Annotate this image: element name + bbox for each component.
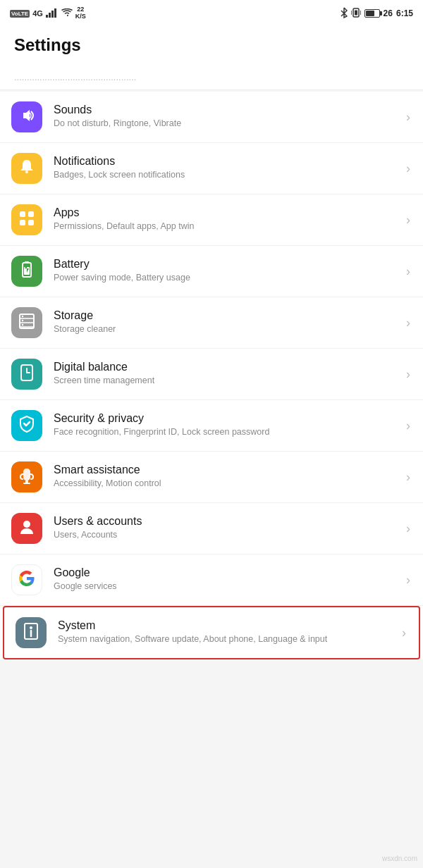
status-right: 26 6:15 (341, 7, 413, 20)
time-display: 6:15 (396, 8, 413, 18)
svg-rect-12 (20, 220, 25, 225)
volte-indicator: VoLTE (10, 10, 30, 18)
users-accounts-icon (11, 513, 42, 544)
wifi-icon (61, 8, 73, 18)
svg-marker-8 (23, 110, 30, 121)
svg-point-21 (22, 316, 23, 317)
battery-chevron-icon: › (406, 264, 410, 279)
settings-item-security-privacy[interactable]: Security & privacyFace recognition, Fing… (0, 400, 423, 452)
svg-rect-13 (28, 220, 34, 225)
apps-title: Apps (54, 206, 400, 219)
battery-icon (364, 9, 380, 18)
notifications-icon (11, 153, 42, 184)
svg-rect-11 (28, 211, 34, 217)
settings-list: SoundsDo not disturb, Ringtone, Vibrate›… (0, 92, 423, 659)
storage-icon (11, 307, 42, 338)
settings-item-smart-assistance[interactable]: Smart assistanceAccessibility, Motion co… (0, 452, 423, 503)
speed-indicator: 22K/S (75, 6, 86, 20)
svg-rect-0 (46, 15, 48, 18)
smart-assistance-subtitle: Accessibility, Motion control (54, 478, 400, 490)
notifications-title: Notifications (54, 155, 400, 168)
digital-balance-icon-char (19, 364, 35, 384)
system-chevron-icon: › (402, 626, 406, 640)
svg-point-23 (22, 324, 23, 326)
settings-item-users-accounts[interactable]: Users & accountsUsers, Accounts› (0, 503, 423, 554)
sounds-chevron-icon: › (406, 110, 410, 125)
battery-level: 26 (384, 8, 393, 18)
notifications-icon-char (19, 159, 35, 178)
apps-icon-char (19, 211, 35, 229)
svg-point-22 (22, 320, 23, 321)
security-privacy-title: Security & privacy (54, 412, 400, 425)
security-privacy-chevron-icon: › (406, 418, 410, 433)
battery-icon-char (22, 261, 32, 281)
security-privacy-icon-char (19, 416, 35, 435)
settings-item-apps[interactable]: AppsPermissions, Default apps, App twin› (0, 194, 423, 246)
sounds-icon (11, 101, 42, 132)
google-subtitle: Google services (54, 581, 400, 593)
google-title: Google (54, 566, 400, 579)
page-title-container: Settings (0, 25, 423, 65)
system-subtitle: System navigation, Software update, Abou… (58, 633, 396, 646)
settings-item-sounds[interactable]: SoundsDo not disturb, Ringtone, Vibrate› (0, 92, 423, 143)
svg-point-29 (30, 626, 32, 629)
smart-assistance-chevron-icon: › (406, 470, 410, 485)
digital-balance-title: Digital balance (54, 361, 400, 373)
vibrate-icon (351, 8, 361, 20)
smart-assistance-title: Smart assistance (54, 464, 400, 476)
storage-icon-char (19, 314, 35, 332)
settings-item-digital-balance[interactable]: Digital balanceScreen time management› (0, 349, 423, 400)
sounds-icon-char (18, 107, 35, 127)
sounds-title: Sounds (54, 104, 400, 116)
battery-title: Battery (54, 258, 400, 271)
digital-balance-icon (11, 359, 42, 390)
svg-rect-26 (23, 483, 30, 484)
svg-rect-10 (20, 211, 25, 217)
google-chevron-icon: › (406, 573, 410, 588)
users-accounts-title: Users & accounts (54, 515, 400, 528)
users-accounts-chevron-icon: › (406, 521, 410, 536)
sounds-subtitle: Do not disturb, Ringtone, Vibrate (54, 118, 400, 130)
svg-rect-9 (25, 170, 28, 173)
security-privacy-icon (11, 410, 42, 441)
settings-item-battery[interactable]: BatteryPower saving mode, Battery usage› (0, 246, 423, 297)
svg-rect-1 (49, 13, 51, 18)
svg-rect-5 (355, 10, 357, 15)
svg-point-27 (23, 521, 30, 528)
svg-rect-3 (54, 8, 56, 18)
signal-bars (46, 8, 59, 19)
system-title: System (58, 619, 396, 632)
settings-item-google[interactable]: GoogleGoogle services› (0, 554, 423, 606)
system-icon-char (24, 623, 38, 643)
settings-item-notifications[interactable]: NotificationsBadges, Lock screen notific… (0, 143, 423, 194)
smart-assistance-icon (11, 461, 42, 492)
apps-chevron-icon: › (406, 213, 410, 228)
watermark: wsxdn.com (382, 855, 417, 862)
smart-assistance-icon-char (19, 467, 35, 487)
status-bar: VoLTE 4G 22K/S (0, 0, 423, 25)
security-privacy-subtitle: Face recognition, Fingerprint ID, Lock s… (54, 426, 400, 439)
notifications-subtitle: Badges, Lock screen notifications (54, 169, 400, 182)
page-title: Settings (14, 35, 409, 55)
bluetooth-icon (341, 7, 348, 20)
storage-subtitle: Storage cleaner (54, 323, 400, 336)
battery-subtitle: Power saving mode, Battery usage (54, 272, 400, 285)
apps-icon (11, 204, 42, 235)
settings-item-system[interactable]: SystemSystem navigation, Software update… (3, 606, 420, 659)
signal-4g: 4G (32, 9, 43, 18)
notifications-chevron-icon: › (406, 161, 410, 176)
storage-title: Storage (54, 309, 400, 322)
google-icon-char (18, 570, 35, 590)
apps-subtitle: Permissions, Default apps, App twin (54, 221, 400, 233)
digital-balance-chevron-icon: › (406, 367, 410, 382)
battery-icon (11, 256, 42, 287)
system-icon (16, 617, 47, 648)
digital-balance-subtitle: Screen time management (54, 375, 400, 388)
svg-rect-2 (51, 11, 54, 18)
users-accounts-subtitle: Users, Accounts (54, 529, 400, 542)
storage-chevron-icon: › (406, 316, 410, 330)
partial-top-hint: ........................................… (0, 65, 423, 90)
status-left: VoLTE 4G 22K/S (10, 6, 86, 20)
settings-item-storage[interactable]: StorageStorage cleaner› (0, 297, 423, 349)
google-icon (11, 564, 42, 595)
